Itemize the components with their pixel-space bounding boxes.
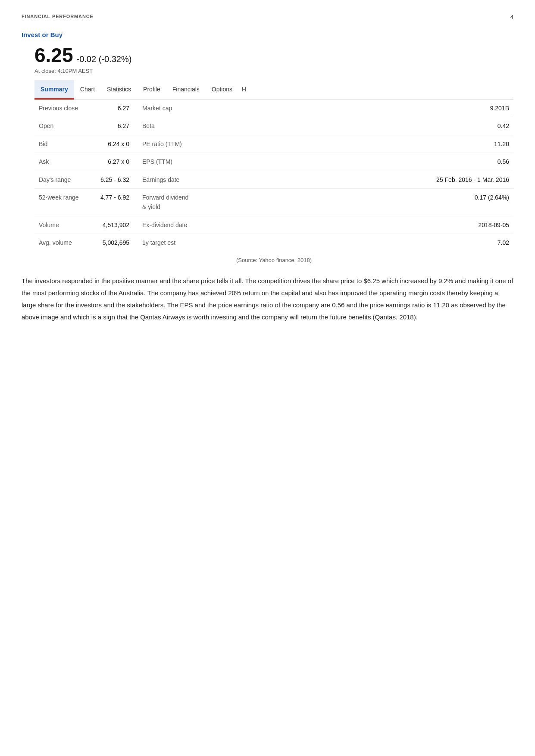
table-row: Avg. volume 5,002,695 1y target est 7.02 bbox=[34, 234, 513, 252]
financial-performance-label: FINANCIAL PERFORMANCE bbox=[22, 13, 94, 21]
tab-more[interactable]: H bbox=[238, 80, 250, 98]
label-pe-ratio: PE ratio (TTM) bbox=[134, 135, 198, 153]
label-ex-dividend-date: Ex-dividend date bbox=[134, 216, 198, 234]
label-52week-range: 52-week range bbox=[34, 188, 91, 216]
body-text: The investors responded in the positive … bbox=[22, 275, 513, 323]
value-earnings-date: 25 Feb. 2016 - 1 Mar. 2016 bbox=[198, 171, 513, 188]
label-days-range: Day's range bbox=[34, 171, 91, 188]
invest-or-buy-link[interactable]: Invest or Buy bbox=[22, 30, 513, 40]
label-market-cap: Market cap bbox=[134, 100, 198, 117]
label-previous-close: Previous close bbox=[34, 100, 91, 117]
tab-chart[interactable]: Chart bbox=[74, 80, 101, 98]
source-note: (Source: Yahoo finance, 2018) bbox=[34, 256, 513, 265]
value-previous-close: 6.27 bbox=[91, 100, 134, 117]
value-days-range: 6.25 - 6.32 bbox=[91, 171, 134, 188]
body-paragraph-1: The investors responded in the positive … bbox=[22, 275, 513, 323]
table-row: Previous close 6.27 Market cap 9.201B bbox=[34, 100, 513, 117]
tabs-row: Summary Chart Statistics Profile Financi… bbox=[34, 80, 513, 100]
label-forward-dividend: Forward dividend & yield bbox=[134, 188, 198, 216]
label-open: Open bbox=[34, 117, 91, 135]
label-ask: Ask bbox=[34, 153, 91, 171]
value-eps: 0.56 bbox=[198, 153, 513, 171]
stock-price: 6.25 bbox=[34, 44, 73, 66]
value-forward-dividend: 0.17 (2.64%) bbox=[198, 188, 513, 216]
tab-profile[interactable]: Profile bbox=[137, 80, 166, 98]
label-volume: Volume bbox=[34, 216, 91, 234]
label-avg-volume: Avg. volume bbox=[34, 234, 91, 252]
label-earnings-date: Earnings date bbox=[134, 171, 198, 188]
value-avg-volume: 5,002,695 bbox=[91, 234, 134, 252]
value-beta: 0.42 bbox=[198, 117, 513, 135]
table-row: Volume 4,513,902 Ex-dividend date 2018-0… bbox=[34, 216, 513, 234]
value-volume: 4,513,902 bbox=[91, 216, 134, 234]
value-market-cap: 9.201B bbox=[198, 100, 513, 117]
tab-statistics[interactable]: Statistics bbox=[101, 80, 137, 98]
table-row: Day's range 6.25 - 6.32 Earnings date 25… bbox=[34, 171, 513, 188]
value-52week-range: 4.77 - 6.92 bbox=[91, 188, 134, 216]
value-ask: 6.27 x 0 bbox=[91, 153, 134, 171]
label-1y-target: 1y target est bbox=[134, 234, 198, 252]
table-row: Bid 6.24 x 0 PE ratio (TTM) 11.20 bbox=[34, 135, 513, 153]
tab-summary[interactable]: Summary bbox=[34, 80, 74, 100]
label-bid: Bid bbox=[34, 135, 91, 153]
label-beta: Beta bbox=[134, 117, 198, 135]
stock-table: Previous close 6.27 Market cap 9.201B Op… bbox=[34, 100, 513, 252]
tab-financials[interactable]: Financials bbox=[166, 80, 206, 98]
value-open: 6.27 bbox=[91, 117, 134, 135]
value-ex-dividend-date: 2018-09-05 bbox=[198, 216, 513, 234]
table-row: 52-week range 4.77 - 6.92 Forward divide… bbox=[34, 188, 513, 216]
value-pe-ratio: 11.20 bbox=[198, 135, 513, 153]
stock-widget: 6.25-0.02 (-0.32%) At close: 4:10PM AEST… bbox=[34, 45, 513, 265]
tab-options[interactable]: Options bbox=[206, 80, 238, 98]
page-number: 4 bbox=[510, 13, 513, 22]
price-change: -0.02 (-0.32%) bbox=[77, 54, 132, 64]
label-eps: EPS (TTM) bbox=[134, 153, 198, 171]
table-row: Open 6.27 Beta 0.42 bbox=[34, 117, 513, 135]
value-bid: 6.24 x 0 bbox=[91, 135, 134, 153]
price-block: 6.25-0.02 (-0.32%) At close: 4:10PM AEST bbox=[34, 45, 513, 76]
price-time: At close: 4:10PM AEST bbox=[34, 67, 513, 76]
table-row: Ask 6.27 x 0 EPS (TTM) 0.56 bbox=[34, 153, 513, 171]
value-1y-target: 7.02 bbox=[198, 234, 513, 252]
